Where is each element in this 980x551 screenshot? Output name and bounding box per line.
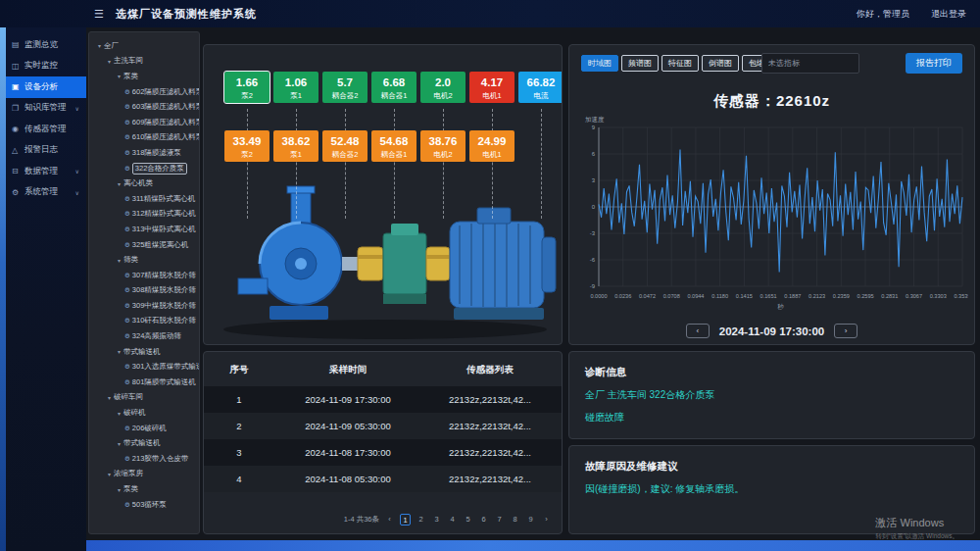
gauge-label: 电机2 — [420, 91, 466, 104]
gauge-泵2[interactable]: 1.66泵2 — [224, 72, 270, 103]
tree-node[interactable]: ▾泵类 — [93, 481, 199, 497]
indicator-select-input[interactable] — [761, 53, 859, 74]
sidebar-item-device-analysis[interactable]: ▣设备分析 — [0, 76, 86, 98]
gauge-value: 4.17 — [469, 72, 514, 91]
tree-node[interactable]: ⚙801隔膜带式输送机 — [93, 375, 199, 390]
diagnosis-panel: 诊断信息 全厂 主洗车间 322合格介质泵 碰磨故障 — [568, 351, 975, 439]
page-8[interactable]: 8 — [510, 514, 520, 526]
page-2[interactable]: 2 — [416, 514, 426, 526]
caret-down-icon: ▾ — [105, 58, 114, 65]
svg-text:0.1180: 0.1180 — [711, 293, 728, 299]
realtime-monitor-icon: ◫ — [12, 62, 24, 71]
tree-node[interactable]: ⚙603隔膜压滤机入料泵 — [93, 99, 199, 115]
tree-node[interactable]: ⚙310矸石脱水脱介筛 — [93, 314, 199, 329]
caret-down-icon: ▾ — [115, 348, 123, 355]
page-6[interactable]: 6 — [478, 514, 489, 526]
gauge-label: 电机1 — [469, 91, 514, 104]
tab-特征图[interactable]: 特征图 — [662, 55, 699, 72]
tree-node[interactable]: ⚙309中煤脱水脱介筛 — [93, 298, 199, 314]
sidebar-item-overview-chart[interactable]: ▤监测总览 — [0, 34, 86, 56]
gauge-电机2[interactable]: 2.0电机2 — [420, 72, 466, 103]
tree-node[interactable]: ▾筛类 — [93, 252, 199, 268]
tree-node[interactable]: ⚙313中煤卧式离心机 — [93, 222, 199, 237]
tab-倒谱图[interactable]: 倒谱图 — [702, 55, 739, 72]
tree-node-label: 318隔膜滤液泵 — [132, 148, 181, 158]
tree-node[interactable]: ⚙318隔膜滤液泵 — [93, 145, 199, 161]
page-7[interactable]: 7 — [494, 514, 505, 526]
tree-node[interactable]: ▾带式输送机 — [93, 344, 199, 360]
gauge-耦合器1[interactable]: 6.68耦合器1 — [371, 72, 416, 103]
page-9[interactable]: 9 — [525, 514, 536, 526]
tree-node[interactable]: ⚙307精煤脱水脱介筛 — [93, 268, 199, 283]
page-5[interactable]: 5 — [463, 514, 473, 526]
gauge-电机1-temp[interactable]: 24.99电机1 — [469, 130, 514, 162]
tree-node[interactable]: ⚙324高频振动筛 — [93, 328, 199, 344]
gauge-耦合器1-temp[interactable]: 54.68耦合器1 — [371, 130, 416, 162]
gauge-耦合器2[interactable]: 5.7耦合器2 — [322, 72, 368, 103]
connector-line — [394, 109, 395, 219]
tree-node[interactable]: ▾主洗车间 — [93, 54, 199, 70]
sidebar-item-alarm-log[interactable]: △报警日志 — [0, 140, 86, 162]
next-page-icon[interactable]: › — [541, 514, 552, 526]
tree-node[interactable]: ⚙325粗煤泥离心机 — [93, 237, 199, 253]
gear-leaf-icon: ⚙ — [124, 119, 130, 126]
gauge-泵2-temp[interactable]: 33.49泵2 — [224, 130, 270, 162]
gauge-耦合器2-temp[interactable]: 52.48耦合器2 — [322, 130, 368, 162]
tree-node[interactable]: ⚙213胶带入仓皮带 — [93, 451, 199, 467]
gauge-电流[interactable]: 66.82电流 — [518, 72, 563, 103]
gauge-电机1[interactable]: 4.17电机1 — [469, 72, 514, 103]
tree-node[interactable]: ▾破碎车间 — [93, 390, 199, 406]
gauge-泵1-temp[interactable]: 38.62泵1 — [273, 130, 318, 162]
tree-node[interactable]: ⚙602隔膜压滤机入料泵 — [93, 84, 199, 100]
svg-text:0.2123: 0.2123 — [808, 293, 825, 299]
tree-node[interactable]: ⚙503循环泵 — [93, 497, 199, 513]
gear-leaf-icon: ⚙ — [124, 272, 130, 279]
tree-node[interactable]: ▾破碎机 — [93, 405, 199, 421]
gauge-泵1[interactable]: 1.06泵1 — [273, 72, 318, 103]
prev-page-icon[interactable]: ‹ — [384, 514, 395, 526]
page-3[interactable]: 3 — [431, 514, 442, 526]
page-1[interactable]: 1 — [400, 514, 411, 526]
sidebar-item-sensor[interactable]: ◉传感器管理 — [0, 119, 86, 140]
sidebar-item-system-manage[interactable]: ⚙系统管理∨ — [0, 182, 86, 204]
tree-node[interactable]: ▾浓缩泵房 — [93, 467, 199, 482]
page-4[interactable]: 4 — [447, 514, 458, 526]
menu-icon[interactable]: ☰ — [94, 8, 104, 21]
tree-node-label: 602隔膜压滤机入料泵 — [132, 87, 200, 97]
sidebar-item-knowledge-base[interactable]: ❐知识库管理∨ — [0, 98, 86, 120]
caret-down-icon: ▾ — [115, 486, 123, 493]
table-row[interactable]: 32024-11-08 17:30:0022132z,22132t,42... — [204, 439, 562, 466]
tree-node[interactable]: ⚙311精煤卧式离心机 — [93, 191, 199, 207]
table-row[interactable]: 42024-11-08 05:30:0022132z,22132t,42... — [204, 466, 562, 492]
cell-sensors: 22132z,22132t,42... — [421, 421, 559, 431]
sidebar-item-realtime-monitor[interactable]: ◫实时监控 — [0, 56, 86, 77]
tree-node-label: 603隔膜压滤机入料泵 — [132, 102, 200, 112]
next-date-button[interactable]: › — [834, 324, 858, 338]
tree-node[interactable]: ⚙206破碎机 — [93, 421, 199, 436]
tree-node[interactable]: ⚙322合格介质泵 — [93, 161, 199, 176]
tab-频谱图[interactable]: 频谱图 — [621, 55, 659, 72]
print-report-button[interactable]: 报告打印 — [906, 53, 962, 74]
table-row[interactable]: 22024-11-09 05:30:0022132z,22132t,42... — [204, 413, 562, 439]
equipment-3d-view — [209, 161, 562, 342]
gauge-label: 电机1 — [469, 150, 514, 163]
table-row[interactable]: 12024-11-09 17:30:0022132z,22132t,42... — [204, 386, 562, 413]
tree-node[interactable]: ▾带式输送机 — [93, 435, 199, 451]
tree-node[interactable]: ⚙301入选原煤带式输送机 — [93, 359, 199, 375]
tree-node[interactable]: ▾泵类 — [93, 69, 199, 84]
tree-node-label: 浓缩泵房 — [114, 469, 143, 478]
gear-leaf-icon: ⚙ — [124, 88, 130, 96]
tree-node[interactable]: ▾全厂 — [93, 38, 199, 54]
tree-node[interactable]: ⚙308精煤脱水脱介筛 — [93, 283, 199, 299]
tree-node[interactable]: ⚙609隔膜压滤机入料泵 — [93, 115, 199, 130]
prev-date-button[interactable]: ‹ — [686, 324, 710, 338]
tree-node[interactable]: ⚙312精煤卧式离心机 — [93, 207, 199, 223]
tab-时域图[interactable]: 时域图 — [581, 55, 618, 72]
suggestion-title: 故障原因及维修建议 — [569, 446, 974, 474]
logout-link[interactable]: 退出登录 — [931, 8, 966, 21]
sidebar-item-label: 实时监控 — [24, 60, 58, 72]
gauge-电机2-temp[interactable]: 38.76电机2 — [420, 130, 466, 162]
tree-node[interactable]: ⚙610隔膜压滤机入料泵 — [93, 130, 199, 146]
sidebar-item-data-manage[interactable]: ⊟数据管理∨ — [0, 161, 86, 182]
tree-node[interactable]: ▾离心机类 — [93, 175, 199, 191]
